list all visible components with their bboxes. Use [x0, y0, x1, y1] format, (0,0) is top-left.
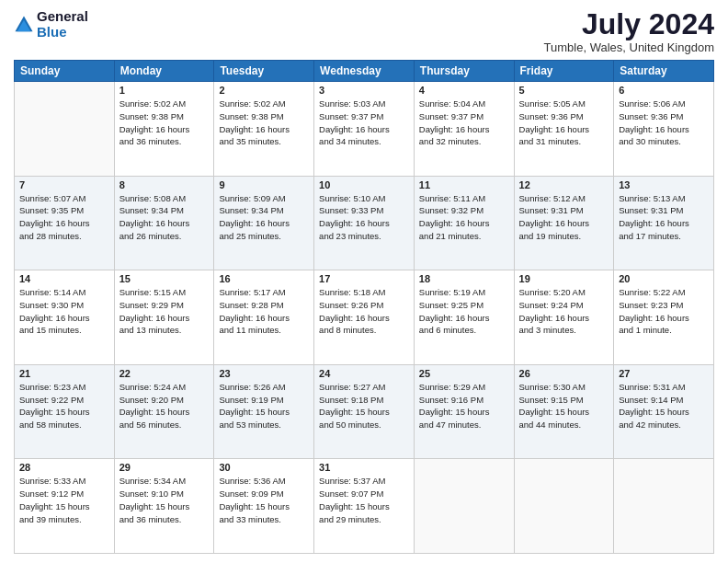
day-info: Sunrise: 5:03 AM Sunset: 9:37 PM Dayligh…	[319, 98, 409, 148]
day-info: Sunrise: 5:12 AM Sunset: 9:31 PM Dayligh…	[519, 192, 609, 243]
day-header-tuesday: Tuesday	[214, 61, 314, 82]
week-row-4: 21Sunrise: 5:23 AM Sunset: 9:22 PM Dayli…	[15, 364, 714, 459]
day-number: 6	[619, 85, 709, 96]
day-cell: 31Sunrise: 5:37 AM Sunset: 9:07 PM Dayli…	[314, 459, 415, 554]
day-number: 2	[219, 85, 309, 96]
day-number: 26	[519, 368, 609, 379]
logo-general-text: General	[37, 9, 88, 25]
day-info: Sunrise: 5:37 AM Sunset: 9:07 PM Dayligh…	[319, 475, 409, 525]
day-number: 1	[119, 85, 210, 96]
page: General Blue July 2024 Tumble, Wales, Un…	[0, 0, 728, 563]
day-info: Sunrise: 5:14 AM Sunset: 9:30 PM Dayligh…	[19, 286, 109, 337]
day-number: 22	[119, 368, 210, 379]
day-cell: 6Sunrise: 5:06 AM Sunset: 9:36 PM Daylig…	[614, 82, 714, 177]
day-cell: 26Sunrise: 5:30 AM Sunset: 9:15 PM Dayli…	[514, 364, 614, 459]
day-info: Sunrise: 5:15 AM Sunset: 9:29 PM Dayligh…	[119, 286, 210, 337]
day-info: Sunrise: 5:02 AM Sunset: 9:38 PM Dayligh…	[219, 98, 309, 148]
day-cell: 14Sunrise: 5:14 AM Sunset: 9:30 PM Dayli…	[15, 270, 115, 365]
day-number: 16	[219, 273, 309, 284]
day-number: 30	[219, 462, 309, 473]
day-number: 14	[19, 273, 109, 284]
day-cell: 4Sunrise: 5:04 AM Sunset: 9:37 PM Daylig…	[414, 82, 514, 177]
day-info: Sunrise: 5:18 AM Sunset: 9:26 PM Dayligh…	[319, 286, 409, 337]
day-info: Sunrise: 5:26 AM Sunset: 9:19 PM Dayligh…	[219, 381, 309, 431]
day-number: 25	[419, 368, 509, 379]
day-number: 24	[319, 368, 409, 379]
day-cell: 24Sunrise: 5:27 AM Sunset: 9:18 PM Dayli…	[314, 364, 415, 459]
day-number: 11	[419, 179, 509, 190]
day-info: Sunrise: 5:36 AM Sunset: 9:09 PM Dayligh…	[219, 475, 309, 525]
day-cell: 29Sunrise: 5:34 AM Sunset: 9:10 PM Dayli…	[114, 459, 214, 554]
week-row-5: 28Sunrise: 5:33 AM Sunset: 9:12 PM Dayli…	[15, 459, 714, 554]
day-cell: 7Sunrise: 5:07 AM Sunset: 9:35 PM Daylig…	[15, 176, 115, 270]
day-number: 19	[519, 273, 609, 284]
day-cell: 18Sunrise: 5:19 AM Sunset: 9:25 PM Dayli…	[414, 270, 514, 365]
day-info: Sunrise: 5:20 AM Sunset: 9:24 PM Dayligh…	[519, 286, 609, 337]
day-header-friday: Friday	[514, 61, 614, 82]
day-cell: 15Sunrise: 5:15 AM Sunset: 9:29 PM Dayli…	[114, 270, 214, 365]
day-info: Sunrise: 5:02 AM Sunset: 9:38 PM Dayligh…	[119, 98, 210, 148]
logo-icon	[14, 15, 34, 35]
day-cell: 9Sunrise: 5:09 AM Sunset: 9:34 PM Daylig…	[214, 176, 314, 270]
day-number: 12	[519, 179, 609, 190]
day-info: Sunrise: 5:31 AM Sunset: 9:14 PM Dayligh…	[619, 381, 709, 431]
day-number: 20	[619, 273, 709, 284]
day-cell: 2Sunrise: 5:02 AM Sunset: 9:38 PM Daylig…	[214, 82, 314, 177]
day-number: 21	[19, 368, 109, 379]
day-info: Sunrise: 5:23 AM Sunset: 9:22 PM Dayligh…	[19, 381, 109, 431]
day-cell: 27Sunrise: 5:31 AM Sunset: 9:14 PM Dayli…	[614, 364, 714, 459]
day-info: Sunrise: 5:05 AM Sunset: 9:36 PM Dayligh…	[519, 98, 609, 148]
day-header-wednesday: Wednesday	[314, 61, 415, 82]
day-cell: 22Sunrise: 5:24 AM Sunset: 9:20 PM Dayli…	[114, 364, 214, 459]
day-cell: 5Sunrise: 5:05 AM Sunset: 9:36 PM Daylig…	[514, 82, 614, 177]
day-cell: 16Sunrise: 5:17 AM Sunset: 9:28 PM Dayli…	[214, 270, 314, 365]
day-info: Sunrise: 5:10 AM Sunset: 9:33 PM Dayligh…	[319, 192, 409, 243]
day-info: Sunrise: 5:13 AM Sunset: 9:31 PM Dayligh…	[619, 192, 709, 243]
header: General Blue July 2024 Tumble, Wales, Un…	[14, 9, 714, 54]
day-info: Sunrise: 5:30 AM Sunset: 9:15 PM Dayligh…	[519, 381, 609, 431]
day-info: Sunrise: 5:27 AM Sunset: 9:18 PM Dayligh…	[319, 381, 409, 431]
day-number: 9	[219, 179, 309, 190]
day-info: Sunrise: 5:19 AM Sunset: 9:25 PM Dayligh…	[419, 286, 509, 337]
day-header-saturday: Saturday	[614, 61, 714, 82]
week-row-3: 14Sunrise: 5:14 AM Sunset: 9:30 PM Dayli…	[15, 270, 714, 365]
day-header-monday: Monday	[114, 61, 214, 82]
title-block: July 2024 Tumble, Wales, United Kingdom	[544, 9, 714, 54]
day-info: Sunrise: 5:24 AM Sunset: 9:20 PM Dayligh…	[119, 381, 210, 431]
day-info: Sunrise: 5:08 AM Sunset: 9:34 PM Dayligh…	[119, 192, 210, 243]
day-number: 15	[119, 273, 210, 284]
day-info: Sunrise: 5:29 AM Sunset: 9:16 PM Dayligh…	[419, 381, 509, 431]
day-cell: 1Sunrise: 5:02 AM Sunset: 9:38 PM Daylig…	[114, 82, 214, 177]
logo: General Blue	[14, 9, 88, 40]
day-info: Sunrise: 5:11 AM Sunset: 9:32 PM Dayligh…	[419, 192, 509, 243]
day-number: 27	[619, 368, 709, 379]
day-number: 23	[219, 368, 309, 379]
day-info: Sunrise: 5:09 AM Sunset: 9:34 PM Dayligh…	[219, 192, 309, 243]
day-info: Sunrise: 5:07 AM Sunset: 9:35 PM Dayligh…	[19, 192, 109, 243]
header-row: SundayMondayTuesdayWednesdayThursdayFrid…	[15, 61, 714, 82]
day-info: Sunrise: 5:17 AM Sunset: 9:28 PM Dayligh…	[219, 286, 309, 337]
day-number: 18	[419, 273, 509, 284]
day-cell: 10Sunrise: 5:10 AM Sunset: 9:33 PM Dayli…	[314, 176, 415, 270]
day-cell	[614, 459, 714, 554]
day-cell: 19Sunrise: 5:20 AM Sunset: 9:24 PM Dayli…	[514, 270, 614, 365]
day-cell: 17Sunrise: 5:18 AM Sunset: 9:26 PM Dayli…	[314, 270, 415, 365]
location: Tumble, Wales, United Kingdom	[544, 40, 714, 54]
day-number: 5	[519, 85, 609, 96]
day-info: Sunrise: 5:34 AM Sunset: 9:10 PM Dayligh…	[119, 475, 210, 525]
day-header-thursday: Thursday	[414, 61, 514, 82]
day-info: Sunrise: 5:04 AM Sunset: 9:37 PM Dayligh…	[419, 98, 509, 148]
day-cell: 28Sunrise: 5:33 AM Sunset: 9:12 PM Dayli…	[15, 459, 115, 554]
day-number: 31	[319, 462, 409, 473]
day-info: Sunrise: 5:33 AM Sunset: 9:12 PM Dayligh…	[19, 475, 109, 525]
day-info: Sunrise: 5:06 AM Sunset: 9:36 PM Dayligh…	[619, 98, 709, 148]
day-cell: 30Sunrise: 5:36 AM Sunset: 9:09 PM Dayli…	[214, 459, 314, 554]
day-cell: 11Sunrise: 5:11 AM Sunset: 9:32 PM Dayli…	[414, 176, 514, 270]
day-number: 29	[119, 462, 210, 473]
day-cell: 3Sunrise: 5:03 AM Sunset: 9:37 PM Daylig…	[314, 82, 415, 177]
day-cell	[15, 82, 115, 177]
day-info: Sunrise: 5:22 AM Sunset: 9:23 PM Dayligh…	[619, 286, 709, 337]
week-row-1: 1Sunrise: 5:02 AM Sunset: 9:38 PM Daylig…	[15, 82, 714, 177]
month-title: July 2024	[544, 9, 714, 39]
day-cell: 25Sunrise: 5:29 AM Sunset: 9:16 PM Dayli…	[414, 364, 514, 459]
